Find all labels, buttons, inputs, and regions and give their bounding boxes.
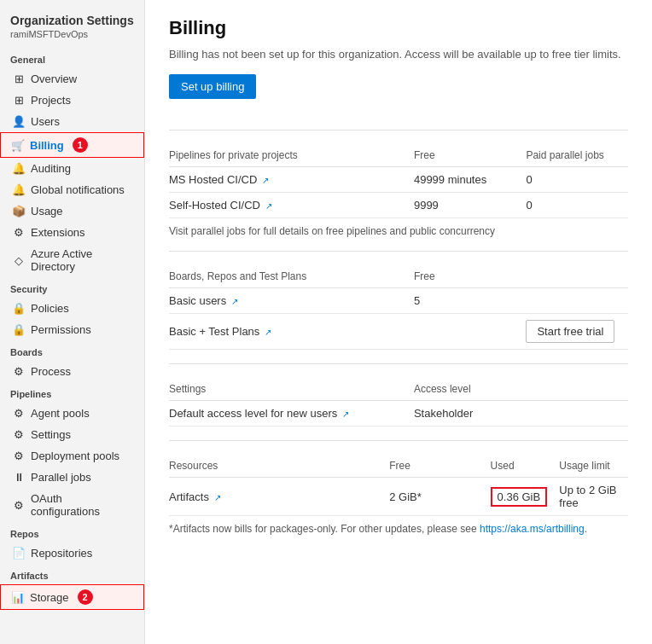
permissions-icon: 🔒: [12, 323, 26, 336]
default-access-link[interactable]: [341, 407, 349, 420]
sidebar-item-label: Global notifications: [31, 183, 125, 196]
storage-badge: 2: [78, 589, 93, 605]
sidebar-item-label: Azure Active Directory: [31, 247, 134, 273]
table-row: Default access level for new users Stake…: [169, 401, 628, 426]
artifacts-limit: Up to 2 GiB free: [559, 478, 628, 516]
test-plans-link[interactable]: [263, 325, 271, 338]
org-title: Organization Settings: [0, 9, 144, 29]
sidebar-item-label: Extensions: [31, 226, 85, 239]
sidebar-item-projects[interactable]: ⊞ Projects: [0, 90, 144, 111]
policies-icon: 🔒: [12, 302, 26, 315]
parallel-jobs-icon: ⏸: [12, 471, 26, 484]
artifacts-note: *Artifacts now bills for packages-only. …: [169, 523, 628, 535]
pipelines-section: Pipelines for private projects Free Paid…: [169, 144, 628, 237]
billing-badge: 1: [73, 137, 88, 153]
section-pipelines: Pipelines: [0, 382, 144, 403]
settings-col-access: Access level: [414, 378, 527, 401]
sidebar-item-label: Settings: [31, 428, 71, 441]
boards-table: Boards, Repos and Test Plans Free Basic …: [169, 265, 628, 350]
process-icon: ⚙: [12, 365, 26, 378]
resources-section: Resources Free Used Usage limit Artifact…: [169, 455, 628, 535]
pipelines-row1-label: MS Hosted CI/CD: [169, 167, 414, 193]
pipelines-col-free: Free: [414, 144, 527, 167]
self-hosted-link[interactable]: [264, 199, 272, 212]
projects-icon: ⊞: [12, 94, 26, 107]
pipelines-note: Visit parallel jobs for full details on …: [169, 225, 628, 237]
sidebar-item-deployment-pools[interactable]: ⚙ Deployment pools: [0, 445, 144, 467]
pipelines-row2-label: Self-Hosted CI/CD: [169, 193, 414, 218]
section-repos: Repos: [0, 522, 144, 542]
boards-col-free: Free: [414, 265, 527, 288]
sidebar-item-label: Overview: [31, 73, 77, 85]
used-highlight: 0.36 GiB: [491, 487, 548, 507]
artifacts-link[interactable]: [212, 490, 221, 503]
table-row: Basic + Test Plans Start free trial: [169, 314, 628, 350]
boards-row2-action: Start free trial: [526, 314, 628, 350]
resources-col-label: Resources: [169, 455, 389, 478]
boards-row2-label: Basic + Test Plans: [169, 314, 414, 350]
pipelines-col-label: Pipelines for private projects: [169, 144, 414, 167]
sidebar-item-users[interactable]: 👤 Users: [0, 111, 144, 132]
auditing-icon: 🔔: [12, 162, 26, 175]
basic-users-link[interactable]: [230, 294, 238, 307]
sidebar-item-oauth[interactable]: ⚙ OAuth configurations: [0, 488, 144, 522]
section-general: General: [0, 48, 144, 68]
artifacts-free: 2 GiB*: [389, 478, 490, 516]
sidebar-item-policies[interactable]: 🔒 Policies: [0, 298, 144, 319]
sidebar-item-label: Deployment pools: [31, 450, 119, 462]
sidebar-item-billing[interactable]: 🛒 Billing 1: [0, 132, 144, 158]
ms-hosted-link[interactable]: [260, 173, 269, 186]
boards-row2-free: [414, 314, 527, 350]
section-boards: Boards: [0, 340, 144, 361]
sidebar-item-parallel-jobs[interactable]: ⏸ Parallel jobs: [0, 467, 144, 488]
sidebar-item-storage[interactable]: 📊 Storage 2: [0, 584, 144, 610]
resources-col-limit: Usage limit: [559, 455, 628, 478]
boards-col-label: Boards, Repos and Test Plans: [169, 265, 414, 288]
oauth-icon: ⚙: [12, 499, 26, 512]
sidebar-item-overview[interactable]: ⊞ Overview: [0, 68, 144, 90]
sidebar-item-label: Permissions: [31, 323, 91, 336]
sidebar-item-repositories[interactable]: 📄 Repositories: [0, 542, 144, 564]
start-free-trial-button[interactable]: Start free trial: [526, 320, 614, 343]
boards-row1-free: 5: [414, 288, 527, 314]
org-name: ramiMSFTDevOps: [0, 29, 144, 48]
resources-col-free: Free: [389, 455, 490, 478]
pipelines-row1-free: 49999 minutes: [414, 167, 527, 193]
settings-section: Settings Access level Default access lev…: [169, 378, 628, 426]
artifacts-used: 0.36 GiB: [491, 478, 560, 516]
artbilling-link[interactable]: https://aka.ms/artbilling: [480, 523, 585, 535]
sidebar-item-label: Storage: [30, 591, 69, 604]
settings-col-label: Settings: [169, 378, 414, 401]
sidebar-item-label: OAuth configurations: [31, 492, 134, 518]
page-title: Billing: [169, 17, 628, 39]
setup-billing-button[interactable]: Set up billing: [169, 74, 256, 99]
notifications-icon: 🔔: [12, 183, 26, 196]
sidebar-item-extensions[interactable]: ⚙ Extensions: [0, 222, 144, 243]
boards-section: Boards, Repos and Test Plans Free Basic …: [169, 265, 628, 350]
sidebar-item-label: Auditing: [31, 162, 71, 175]
sidebar-item-auditing[interactable]: 🔔 Auditing: [0, 158, 144, 179]
overview-icon: ⊞: [12, 73, 26, 85]
settings-table: Settings Access level Default access lev…: [169, 378, 628, 426]
sidebar-item-process[interactable]: ⚙ Process: [0, 361, 144, 382]
settings-icon: ⚙: [12, 428, 26, 441]
artifacts-label: Artifacts: [169, 478, 389, 516]
deployment-pools-icon: ⚙: [12, 450, 26, 462]
sidebar-item-agent-pools[interactable]: ⚙ Agent pools: [0, 403, 144, 424]
sidebar-item-settings[interactable]: ⚙ Settings: [0, 424, 144, 445]
section-artifacts: Artifacts: [0, 564, 144, 584]
resources-table: Resources Free Used Usage limit Artifact…: [169, 455, 628, 516]
settings-row1-empty: [526, 401, 628, 426]
pipelines-row2-paid: 0: [526, 193, 628, 218]
main-content: Billing Billing has not been set up for …: [145, 0, 652, 644]
sidebar-item-label: Billing: [30, 139, 64, 152]
sidebar-item-usage[interactable]: 📦 Usage: [0, 200, 144, 222]
page-subtitle: Billing has not been set up for this org…: [169, 48, 628, 61]
sidebar-item-label: Usage: [31, 205, 63, 218]
sidebar-item-label: Parallel jobs: [31, 471, 91, 484]
users-icon: 👤: [12, 115, 26, 128]
sidebar-item-permissions[interactable]: 🔒 Permissions: [0, 319, 144, 340]
table-row: Artifacts 2 GiB* 0.36 GiB Up to 2 GiB fr…: [169, 478, 628, 516]
sidebar-item-global-notifications[interactable]: 🔔 Global notifications: [0, 179, 144, 200]
sidebar-item-azure-ad[interactable]: ◇ Azure Active Directory: [0, 243, 144, 277]
